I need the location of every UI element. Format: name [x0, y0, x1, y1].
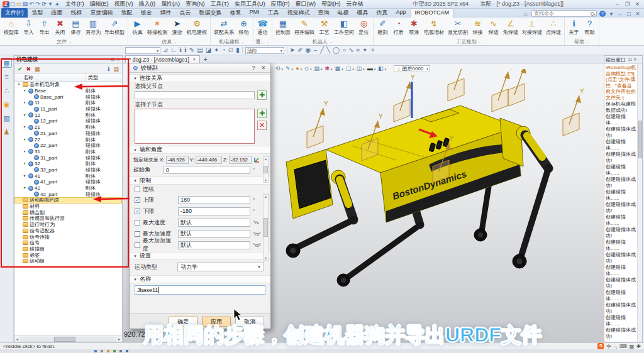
ribbon-controller-button[interactable]: ▦控制器	[274, 18, 292, 36]
ribbon-engrave-button[interactable]: ✐雕刻	[375, 18, 391, 36]
menu-item[interactable]: 窗口(W)	[296, 0, 316, 8]
axis-y-input[interactable]: -440.406	[196, 156, 222, 164]
start-angle-input[interactable]: 0	[164, 166, 250, 174]
pick-icon[interactable]: ➤	[290, 46, 295, 54]
remove-child-button[interactable]: ✕	[257, 121, 267, 130]
dropdown-icon[interactable]: ▾	[47, 1, 53, 7]
limit-value-input[interactable]: 默认	[178, 241, 250, 249]
ribbon-tab-点云[interactable]: 点云	[176, 8, 195, 18]
target-icon[interactable]: ◉	[306, 46, 311, 54]
ribbon-fillet-weld-button[interactable]: ∠角焊缝	[501, 18, 520, 36]
ribbon-program-edit-button[interactable]: ✎程序编辑	[292, 18, 316, 36]
add-child-button[interactable]: ✚	[257, 109, 267, 118]
line1-icon[interactable]: ╱	[320, 46, 324, 54]
dialog-help-icon[interactable]: ?	[250, 65, 257, 71]
horizontal-scrollbar[interactable]: ◂▸	[14, 335, 122, 342]
expander-icon[interactable]: ▾	[22, 149, 27, 155]
expander-icon[interactable]: ▾	[22, 173, 27, 179]
tree-row[interactable]: 材料	[14, 204, 122, 210]
ribbon-spot-weld-button[interactable]: ∴点焊缝	[544, 18, 563, 36]
tree-row[interactable]: 耦合副	[14, 209, 122, 215]
back-icon[interactable]: ◂	[53, 1, 60, 7]
sheet-icon[interactable]: ▤	[197, 46, 203, 54]
spline-icon[interactable]: ∿	[348, 46, 353, 54]
ribbon-tab-仿真[interactable]: 仿真	[373, 8, 392, 18]
ribbon-tab-直接编辑[interactable]: 直接编辑	[87, 8, 117, 18]
output-close-icon[interactable]: ✕	[633, 57, 637, 62]
ribbon-assembly-relation-button[interactable]: ⇄装配关系	[212, 18, 236, 36]
limit-value-input[interactable]: 默认	[178, 219, 250, 227]
star-icon[interactable]: ✦	[214, 46, 219, 54]
ribbon-export-button[interactable]: ⇧导出	[36, 18, 52, 36]
tree-row[interactable]: ▾41刚体	[14, 173, 122, 179]
tree-row[interactable]: 42_part碰撞体	[14, 191, 122, 197]
checkbox-unchecked[interactable]	[135, 187, 140, 192]
save-icon[interactable]: ▤	[22, 1, 28, 7]
section-name[interactable]: ▼名称	[130, 275, 270, 283]
tree-row[interactable]: 传感器和执行器	[14, 215, 122, 222]
axis-x-input[interactable]: -48.928	[166, 156, 189, 164]
checkbox-checked[interactable]: ✓	[135, 197, 140, 203]
chevron-down-icon[interactable]: ▾	[608, 11, 614, 17]
menu-item[interactable]: 云存储	[347, 0, 364, 8]
view-manager-icon[interactable]: ▨	[1, 113, 12, 123]
info1-icon[interactable]: ℹ	[179, 46, 182, 54]
menu-item[interactable]: 工具(T)	[211, 0, 230, 8]
sogou-icon[interactable]: S	[597, 343, 604, 349]
null-icon[interactable]: ∅	[228, 46, 234, 54]
info2-icon[interactable]: ℹ	[184, 46, 187, 54]
ribbon-tab-钣金[interactable]: 钣金	[137, 8, 156, 18]
ribbon-tab-曲面[interactable]: 曲面	[48, 8, 67, 18]
ribbon-tab-修复[interactable]: 修复	[226, 8, 245, 18]
expander-icon[interactable]: ▾	[22, 161, 27, 166]
lang-icon[interactable]: 中	[606, 343, 611, 350]
visual-manager-icon[interactable]: ◉	[1, 99, 12, 109]
expander-icon[interactable]: ▾	[22, 88, 27, 94]
tree-row[interactable]: 22_part碰撞体	[14, 143, 122, 149]
wave-icon[interactable]: ≈	[357, 46, 360, 54]
menu-item[interactable]: 查询(N)	[186, 0, 205, 8]
circle2-icon[interactable]: ○	[342, 46, 346, 54]
tree-row[interactable]: 31_part碰撞体	[14, 155, 122, 161]
ribbon-simulate-button[interactable]: ▶仿真	[130, 18, 145, 36]
ribbon-import-button[interactable]: ⇩导入	[21, 18, 36, 36]
ribbon-tab-线框[interactable]: 线框	[67, 8, 86, 18]
axis-z-input[interactable]: -82.152	[229, 156, 252, 164]
tree-row[interactable]: 运动副和约束	[14, 197, 122, 204]
assembly-tree-icon[interactable]: ≡	[1, 72, 12, 82]
parent-node-input[interactable]	[135, 91, 255, 99]
ribbon-tab-查询[interactable]: 查询	[314, 8, 333, 18]
checkbox-checked[interactable]: ✓	[135, 209, 140, 214]
limits-section-scrollbar[interactable]: ▲▼	[263, 194, 269, 261]
keyboard-icon[interactable]: ⌨	[619, 344, 627, 349]
star1-icon[interactable]: ✦	[362, 46, 367, 54]
grid-icon[interactable]: ▦	[630, 344, 635, 349]
tree-row[interactable]: 运行时行为	[14, 222, 122, 228]
tree-row[interactable]: 信号适配器	[14, 228, 122, 234]
tree-row[interactable]: 11_part碰撞体	[14, 106, 122, 112]
ribbon-export-model-button[interactable]: ⇗导出模型	[103, 18, 126, 36]
expander-icon[interactable]: ▾	[22, 185, 27, 191]
undo-icon[interactable]: ↶	[28, 1, 35, 7]
tab-close-icon[interactable]: ✕	[192, 57, 196, 62]
manager-tab-icon[interactable]: ▦	[1, 58, 12, 68]
group-expand-icon[interactable]: ⌄	[586, 40, 589, 44]
tree-row[interactable]: 信号	[14, 240, 122, 246]
star2-icon[interactable]: ✧	[370, 46, 375, 54]
corner-icon[interactable]: ∟	[170, 46, 177, 54]
ribbon-tab-装配[interactable]: 装配	[118, 8, 136, 18]
checkbox-unchecked[interactable]	[135, 220, 140, 225]
tree-row[interactable]: 32_part碰撞体	[14, 167, 122, 173]
limit-value-input[interactable]: -180	[178, 207, 250, 215]
group-expand-icon[interactable]: ⌄	[69, 40, 72, 44]
axis-triad-icon[interactable]	[253, 156, 261, 164]
close-button[interactable]: ✕	[633, 1, 641, 8]
menu-item[interactable]: 编辑(E)	[90, 0, 109, 8]
zw3d-logo[interactable]: Z	[3, 1, 9, 8]
restore-button[interactable]: ❐	[623, 1, 631, 8]
ribbon-spray-button[interactable]: ✱喷涂	[406, 18, 422, 36]
ribbon-workspace-button[interactable]: ◧工作空间	[332, 18, 356, 36]
ribbon-weld-button[interactable]: ≋焊接	[470, 18, 486, 36]
tree-row[interactable]: ▾11刚体	[14, 100, 122, 106]
redo-icon[interactable]: ↷	[35, 1, 41, 7]
